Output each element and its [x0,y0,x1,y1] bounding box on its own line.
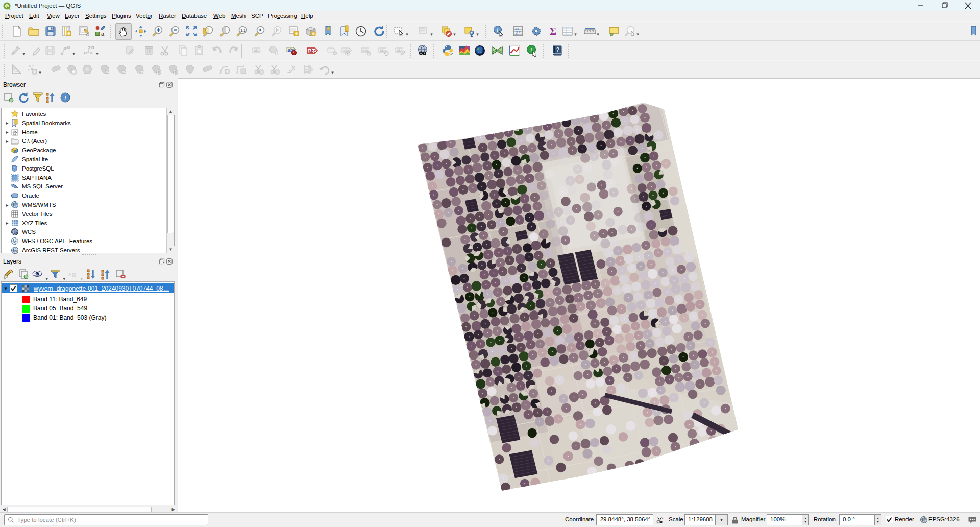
svg-text:abc: abc [343,48,350,53]
svg-text:1:1: 1:1 [240,29,246,32]
svg-text:i: i [64,94,66,102]
svg-text:abc: abc [254,48,261,53]
svg-text:i: i [530,46,532,54]
svg-text:?: ? [556,47,559,53]
svg-text:i: i [497,27,498,33]
svg-text:>: > [450,51,453,56]
svg-text:a: a [101,31,105,37]
svg-text:ε: ε [68,270,71,278]
svg-text:abc: abc [308,49,316,54]
svg-text:abc: abc [380,48,387,53]
svg-text:Σ: Σ [550,26,556,37]
